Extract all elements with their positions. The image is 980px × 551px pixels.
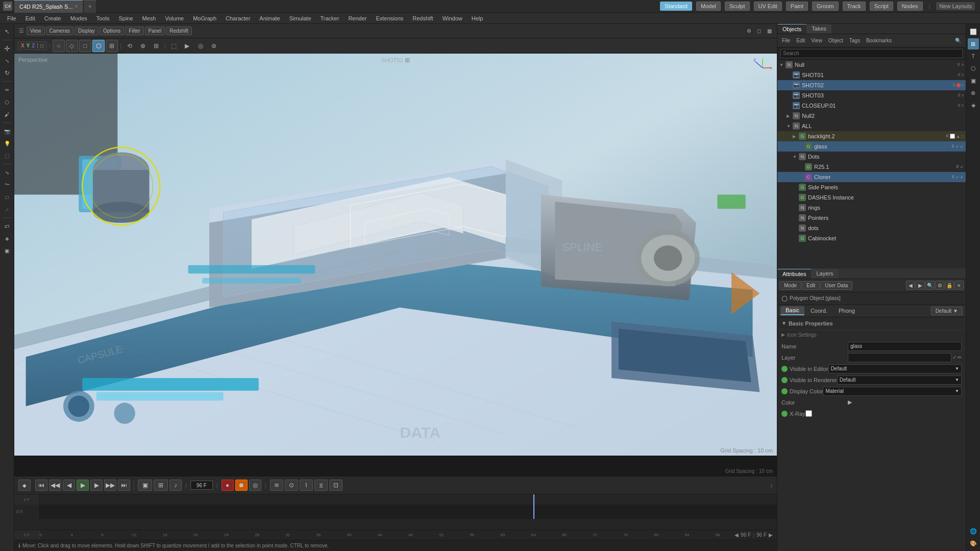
- ctrl-dots5[interactable]: ⠿: [958, 104, 961, 108]
- layout-paint[interactable]: Paint: [786, 2, 808, 11]
- layout-nodes[interactable]: Nodes: [897, 2, 923, 11]
- menu-extensions[interactable]: Extensions: [372, 14, 407, 22]
- tool-curve[interactable]: ∿: [2, 167, 13, 178]
- tb-render2[interactable]: ◎: [194, 40, 207, 52]
- tool-poly-pen[interactable]: ✏: [2, 84, 13, 95]
- viewport[interactable]: Perspective SHOT02 ⊞ Z Y X: [14, 54, 777, 456]
- vt-filter[interactable]: Filter: [125, 27, 143, 35]
- fr-redshift-icon[interactable]: ◈: [968, 99, 979, 111]
- timeline-ruler[interactable]: 0 F: [14, 494, 777, 505]
- attr-userdata-btn[interactable]: User Data: [820, 281, 852, 290]
- attr-visible-renderer-dropdown[interactable]: Default ▼: [837, 375, 962, 385]
- attr-display-color-dropdown[interactable]: Material ▼: [823, 387, 962, 396]
- timeline-track[interactable]: 0 F: [14, 505, 777, 519]
- tab-add[interactable]: +: [84, 0, 96, 13]
- vt-right-1[interactable]: ⚙: [744, 27, 753, 36]
- obj-side-panels[interactable]: G Side Panels: [777, 182, 966, 192]
- pb-mode1[interactable]: ▣: [138, 480, 152, 491]
- tool-paint[interactable]: 🖌: [2, 109, 13, 120]
- attr-fwd-btn[interactable]: ▶: [916, 281, 925, 290]
- menu-redshift[interactable]: Redshift: [408, 14, 437, 22]
- vt-panel[interactable]: Panel: [145, 27, 165, 35]
- obj-view-btn[interactable]: View: [808, 37, 825, 44]
- menu-create[interactable]: Create: [40, 14, 65, 22]
- layout-groom[interactable]: Groom: [812, 2, 839, 11]
- vt-right-3[interactable]: ▦: [765, 27, 774, 36]
- tool-motion[interactable]: ▣: [2, 245, 13, 256]
- tool-light[interactable]: 💡: [2, 138, 13, 149]
- obj-rings[interactable]: N rings: [777, 203, 966, 213]
- menu-tools[interactable]: Tools: [92, 14, 114, 22]
- obj-object-btn[interactable]: Object: [826, 37, 846, 44]
- tb-snap1[interactable]: ⟲: [124, 40, 136, 52]
- record-button[interactable]: ●: [222, 480, 234, 491]
- onion-skin[interactable]: ⊙: [285, 480, 298, 491]
- obj-shot02[interactable]: 📷 SHOT02 ⠿ ?: [777, 80, 966, 90]
- layers-tab[interactable]: Layers: [811, 269, 838, 279]
- layout-sculpt[interactable]: Sculpt: [725, 2, 750, 11]
- pb-sound[interactable]: ♪: [169, 480, 182, 491]
- pb-mode2[interactable]: ⊞: [154, 480, 168, 491]
- obj-all[interactable]: ▼ N ALL: [777, 121, 966, 131]
- layout-uvedit[interactable]: UV Edit: [754, 2, 782, 11]
- obj-tags-btn[interactable]: Tags: [847, 37, 863, 44]
- attr-lock-btn[interactable]: 🔒: [945, 281, 954, 290]
- fr-timeline-icon[interactable]: ⬡: [968, 63, 979, 74]
- obj-shot03[interactable]: 📷 SHOT03 ⠿ ?: [777, 90, 966, 101]
- record-auto[interactable]: ⏺: [235, 480, 248, 491]
- tool-spline[interactable]: 〜: [2, 179, 13, 190]
- tab-close-icon[interactable]: ×: [75, 4, 78, 9]
- fr-objects-icon[interactable]: ⬜: [968, 26, 979, 37]
- attr-visible-editor-dropdown[interactable]: Default ▼: [828, 364, 962, 373]
- tb-mode-object[interactable]: ○: [53, 40, 65, 52]
- tb-mode-edge[interactable]: ◇: [66, 40, 78, 52]
- ctrl-dots3[interactable]: ⠿: [952, 83, 955, 88]
- fr-anim-icon[interactable]: ▣: [968, 75, 979, 86]
- attr-layer-input[interactable]: [848, 353, 951, 362]
- tool-move[interactable]: ✛: [2, 43, 13, 54]
- vt-options[interactable]: Options: [100, 27, 124, 35]
- tb-snap2[interactable]: ⊕: [137, 40, 149, 52]
- menu-window[interactable]: Window: [438, 14, 467, 22]
- fps-input[interactable]: [190, 481, 213, 490]
- objects-tab[interactable]: Objects: [777, 24, 806, 34]
- attr-layer-edit[interactable]: ✏: [958, 355, 962, 360]
- menu-tracker[interactable]: Tracker: [316, 14, 344, 22]
- tb-render[interactable]: ▶: [181, 40, 193, 52]
- obj-edit-btn[interactable]: Edit: [794, 37, 807, 44]
- obj-r25-1[interactable]: G R25.1 ⠿ ✓: [777, 162, 966, 172]
- attributes-tab[interactable]: Attributes: [777, 269, 811, 279]
- attr-tab-coord[interactable]: Coord.: [805, 307, 832, 315]
- vt-redshift[interactable]: Redshift: [166, 27, 192, 35]
- obj-null2[interactable]: ▶ N Null2: [777, 111, 966, 121]
- attr-tab-phong[interactable]: Phong: [834, 307, 860, 315]
- fr-script-icon[interactable]: ⊕: [968, 87, 979, 98]
- obj-search-icon[interactable]: 🔍: [952, 37, 964, 44]
- tool-sculpt[interactable]: ⬡: [2, 96, 13, 108]
- ctrl-dots6[interactable]: ⠿: [946, 134, 949, 139]
- menu-animate[interactable]: Animate: [255, 14, 284, 22]
- next-key-button[interactable]: ▶▶: [104, 480, 116, 491]
- attr-layer-check[interactable]: ✓: [952, 355, 957, 360]
- menu-volume[interactable]: Volume: [161, 14, 188, 22]
- menu-render[interactable]: Render: [344, 14, 371, 22]
- attr-xray-checkbox[interactable]: [805, 410, 812, 417]
- fr-render-icon[interactable]: T: [968, 51, 979, 62]
- ctrl-dots2[interactable]: ⠿: [958, 73, 961, 78]
- obj-bookmarks-btn[interactable]: Bookmarks: [864, 37, 894, 44]
- menu-spine[interactable]: Spine: [114, 14, 137, 22]
- tb-render3[interactable]: ⊛: [208, 40, 220, 52]
- obj-cloner[interactable]: C Cloner ⠿ ✓ ✓: [777, 172, 966, 182]
- tool-camera[interactable]: 📷: [2, 126, 13, 137]
- menu-edit[interactable]: Edit: [21, 14, 39, 22]
- obj-closeup01[interactable]: 📷 CLOSEUP.01 ⠿ ?: [777, 101, 966, 111]
- ctrl-dots7[interactable]: ⠿: [951, 144, 954, 149]
- go-end-button[interactable]: ⏭: [118, 480, 130, 491]
- menu-mesh[interactable]: Mesh: [138, 14, 160, 22]
- key-diamond[interactable]: ◆: [18, 480, 31, 491]
- obj-null[interactable]: ▼ N Null ⠿ ?: [777, 60, 966, 70]
- layout-track[interactable]: Track: [843, 2, 866, 11]
- tb-snap3[interactable]: ⊞: [150, 40, 162, 52]
- fr-palette-icon[interactable]: 🎨: [968, 538, 979, 549]
- menu-help[interactable]: Help: [468, 14, 487, 22]
